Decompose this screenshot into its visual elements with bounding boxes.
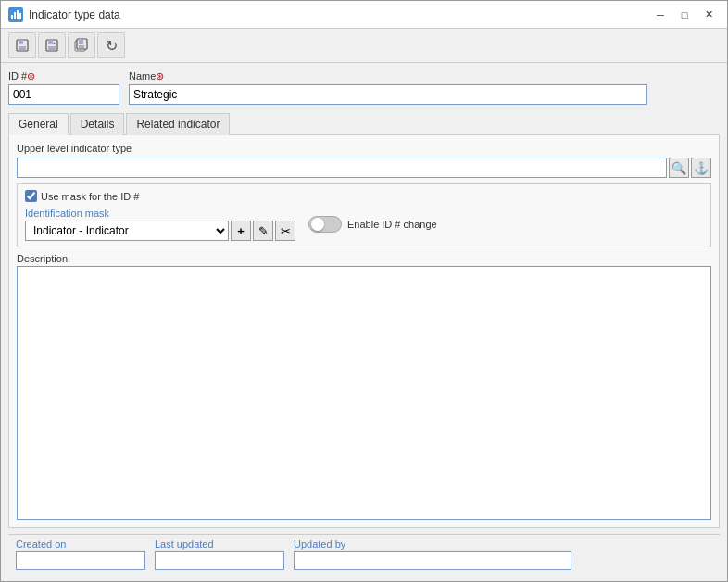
save-button-2[interactable]: + [38, 32, 66, 58]
svg-rect-6 [19, 46, 26, 50]
upper-level-section: Upper level indicator type 🔍 ⚓ [17, 143, 711, 178]
save-button-3[interactable] [68, 32, 95, 58]
id-input[interactable] [8, 84, 119, 105]
upper-level-input-row: 🔍 ⚓ [17, 158, 711, 178]
use-mask-checkbox[interactable] [25, 190, 37, 202]
tabs: General Details Related indicator [8, 112, 720, 135]
svg-rect-2 [17, 10, 19, 19]
description-section: Description [17, 253, 711, 520]
svg-text:+: + [53, 40, 56, 45]
mask-add-button[interactable]: + [231, 221, 251, 241]
created-on-field: Created on [16, 538, 145, 570]
refresh-button[interactable]: ↻ [97, 32, 125, 58]
mask-row: Identification mask Indicator - Indicato… [25, 208, 703, 241]
upper-level-search-button[interactable]: 🔍 [669, 158, 689, 178]
updated-by-input [294, 551, 571, 570]
enable-id-change-label: Enable ID # change [347, 219, 437, 230]
enable-id-toggle[interactable] [308, 216, 342, 233]
svg-rect-9 [48, 46, 56, 50]
last-updated-field: Last updated [155, 538, 284, 570]
tab-general[interactable]: General [8, 113, 69, 135]
svg-rect-0 [11, 15, 13, 19]
id-field-group: ID #⊛ [8, 70, 119, 105]
mask-group: Use mask for the ID # Identification mas… [17, 183, 711, 247]
tab-details[interactable]: Details [70, 113, 125, 135]
close-button[interactable]: ✕ [697, 6, 720, 24]
maximize-button[interactable]: □ [673, 6, 696, 24]
status-bar: Created on Last updated Updated by [8, 534, 720, 574]
toolbar: + ↻ [1, 29, 727, 63]
toggle-knob [311, 218, 324, 231]
description-label: Description [17, 253, 711, 264]
svg-rect-13 [79, 39, 83, 44]
svg-rect-1 [14, 12, 16, 19]
id-name-row: ID #⊛ Name⊛ [8, 70, 720, 105]
last-updated-input [155, 551, 284, 570]
upper-level-link-button[interactable]: ⚓ [691, 158, 711, 178]
mask-group-label: Use mask for the ID # [41, 191, 139, 202]
app-icon [8, 7, 23, 22]
save-button-1[interactable] [8, 32, 36, 58]
identification-mask-select[interactable]: Indicator - Indicator [25, 221, 229, 241]
title-bar-left: Indicator type data [8, 7, 120, 22]
name-label: Name⊛ [129, 70, 647, 82]
name-field-group: Name⊛ [129, 70, 647, 105]
minimize-button[interactable]: ─ [649, 6, 672, 24]
svg-rect-3 [19, 13, 21, 19]
enable-id-toggle-wrap: Enable ID # change [308, 216, 437, 233]
svg-rect-5 [19, 40, 23, 44]
identification-mask-row: Indicator - Indicator + ✎ ✂ [25, 221, 295, 241]
updated-by-field: Updated by [294, 538, 571, 570]
last-updated-label: Last updated [155, 538, 284, 550]
title-bar-controls: ─ □ ✕ [649, 6, 720, 24]
id-label: ID #⊛ [8, 70, 119, 82]
window-title: Indicator type data [29, 8, 120, 21]
mask-edit-button[interactable]: ✎ [253, 221, 273, 241]
mask-delete-button[interactable]: ✂ [275, 221, 295, 241]
description-textarea[interactable] [17, 266, 711, 520]
content-area: ID #⊛ Name⊛ General Details Related indi… [1, 63, 727, 581]
tab-content-general: Upper level indicator type 🔍 ⚓ Use mask … [8, 135, 720, 528]
name-input[interactable] [129, 84, 647, 105]
updated-by-label: Updated by [294, 538, 571, 550]
mask-checkbox-row: Use mask for the ID # [25, 190, 703, 202]
created-on-label: Created on [16, 538, 145, 550]
svg-rect-14 [79, 45, 84, 48]
identification-label: Identification mask [25, 208, 295, 219]
upper-level-input[interactable] [17, 158, 667, 178]
main-window: Indicator type data ─ □ ✕ + [0, 0, 728, 582]
title-bar: Indicator type data ─ □ ✕ [1, 1, 727, 29]
upper-level-label: Upper level indicator type [17, 143, 711, 154]
tab-related-indicator[interactable]: Related indicator [126, 113, 230, 135]
created-on-input [16, 551, 145, 570]
